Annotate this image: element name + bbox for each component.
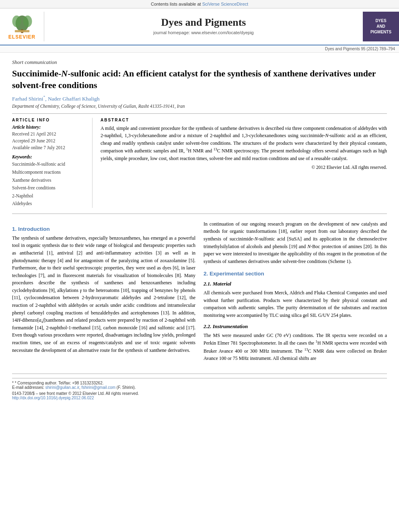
elsevier-label: ELSEVIER (8, 34, 35, 40)
svg-point-2 (23, 15, 32, 27)
keywords-list: Succinimide-N-sulfonic acid Multicompone… (12, 160, 87, 207)
article-info-col: ARTICLE INFO Article history: Received 2… (12, 118, 93, 208)
body-right-col: In continuation of our ongoing research … (204, 220, 387, 366)
email1-link[interactable]: shirini@guilan.ac.ir (45, 385, 79, 390)
keyword-1: Succinimide-N-sulfonic acid (12, 160, 87, 168)
main-content: Short communication Succinimide-N-sulfon… (0, 53, 399, 407)
issn-line: 0143-7208/$ – see front matter © 2012 El… (12, 391, 387, 396)
keyword-4: Solvent-free conditions (12, 184, 87, 192)
journal-center: Dyes and Pigments journal homepage: www.… (44, 12, 363, 41)
sciverse-link[interactable]: SciVerse ScienceDirect (202, 2, 248, 6)
email-label: E-mail addresses: (12, 385, 44, 390)
body-left-col: 1. Introduction The synthesis of xanthen… (12, 220, 195, 366)
history-label: Article history: (12, 125, 87, 129)
keyword-3: Xanthene derivatives (12, 177, 87, 185)
received-date: Received 21 April 2012 Accepted 29 June … (12, 131, 87, 152)
experimental-title: 2. Experimental section (204, 271, 387, 277)
elsevier-tree-icon (8, 13, 36, 33)
keywords-label: Keywords: (12, 154, 87, 159)
journal-homepage: journal homepage: www.elsevier.com/locat… (52, 30, 355, 35)
footnote-star: * * Corresponding author. Tel/fax: +98 1… (12, 381, 387, 385)
email-footer: E-mail addresses: shirini@guilan.ac.ir, … (12, 385, 387, 390)
journal-logo-box: DYES AND PIGMENTS (363, 12, 399, 41)
journal-header: ELSEVIER Dyes and Pigments journal homep… (0, 8, 399, 45)
article-type: Short communication (12, 59, 387, 66)
footer-divider (12, 374, 387, 374)
instrumentation-para: The MS were measured under GC (70 eV) co… (204, 332, 387, 362)
title-text: Succinimide-N-sulfonic acid: An efficien… (12, 68, 376, 90)
email2-link[interactable]: fshirini@gmail.com (81, 385, 115, 390)
intro-title: 1. Introduction (12, 226, 195, 232)
body-content: 1. Introduction The synthesis of xanthen… (12, 220, 387, 366)
journal-title: Dyes and Pigments (52, 16, 355, 29)
abstract-text: A mild, simple and convenient procedure … (101, 125, 387, 162)
affiliation: Department of Chemistry, College of Scie… (12, 104, 387, 109)
contents-text: Contents lists available at (151, 2, 202, 6)
intro-para-1: The synthesis of xanthene derivatives, e… (12, 234, 195, 354)
keyword-6: Aldehydes (12, 200, 87, 208)
keyword-2: Multicomponent reactions (12, 168, 87, 177)
abstract-col: ABSTRACT A mild, simple and convenient p… (101, 118, 387, 208)
material-para: All chemicals were purchased from Merck,… (204, 289, 387, 319)
footnote-star-symbol: * (12, 381, 15, 385)
top-bar: Contents lists available at SciVerse Sci… (0, 0, 399, 8)
divider-1 (12, 113, 387, 114)
abstract-heading: ABSTRACT (101, 118, 387, 122)
divider-2 (12, 214, 387, 214)
doi-link[interactable]: http://dx.doi.org/10.1016/j.dyepig.2012.… (12, 396, 94, 400)
article-info-abstract: ARTICLE INFO Article history: Received 2… (12, 118, 387, 208)
material-subtitle: 2.1. Material (204, 281, 387, 287)
svg-point-1 (12, 15, 21, 27)
article-info-heading: ARTICLE INFO (12, 118, 87, 122)
article-title: Succinimide-N-sulfonic acid: An efficien… (12, 68, 387, 91)
continuation-para: In continuation of our ongoing research … (204, 220, 387, 265)
article-citation: Dyes and Pigments 95 (2012) 789–794 (0, 45, 399, 53)
abstract-copyright: © 2012 Elsevier Ltd. All rights reserved… (101, 165, 387, 170)
keyword-5: 2-Naphthol (12, 192, 87, 200)
authors: Farhad Shirini*, Nader Ghaffari Khaligh (12, 95, 387, 102)
instrumentation-subtitle: 2.2. Instrumentation (204, 323, 387, 330)
footer-area: * * Corresponding author. Tel/fax: +98 1… (12, 378, 387, 400)
doi-line: http://dx.doi.org/10.1016/j.dyepig.2012.… (12, 396, 387, 400)
elsevier-logo: ELSEVIER (0, 12, 44, 41)
svg-rect-4 (14, 30, 29, 32)
